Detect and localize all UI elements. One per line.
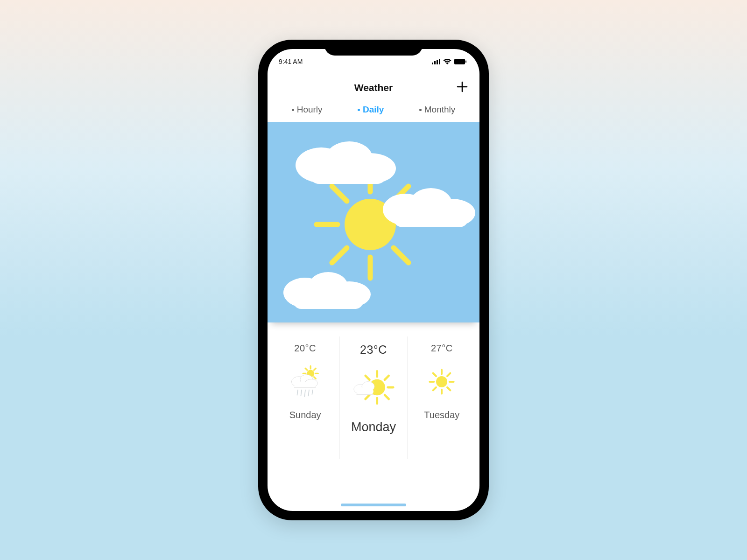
partly-cloudy-illustration-icon [268, 122, 479, 322]
svg-line-35 [314, 377, 316, 379]
tab-label: Monthly [424, 105, 456, 115]
daily-forecast[interactable]: 20°C Sunday 23°C [268, 322, 479, 467]
svg-line-69 [447, 373, 450, 376]
svg-line-56 [385, 376, 389, 380]
status-time: 9:41 AM [279, 58, 303, 65]
tab-dot-icon [292, 109, 294, 111]
svg-line-44 [297, 390, 298, 395]
page-title: Weather [354, 82, 393, 93]
svg-line-37 [314, 368, 316, 370]
svg-line-68 [433, 387, 436, 390]
signal-icon [432, 59, 440, 64]
svg-rect-42 [294, 382, 316, 388]
svg-line-67 [447, 387, 450, 390]
phone-frame: 9:41 AM Weather [258, 40, 489, 520]
phone-screen: 9:41 AM Weather [268, 49, 479, 511]
wifi-icon [443, 59, 451, 64]
forecast-temp: 20°C [294, 343, 316, 354]
svg-rect-0 [432, 63, 433, 64]
forecast-temp: 23°C [360, 343, 387, 357]
home-indicator[interactable] [341, 504, 406, 506]
plus-icon [457, 81, 468, 92]
tab-dot-icon [358, 109, 360, 111]
tab-hourly[interactable]: Hourly [292, 105, 323, 115]
add-location-button[interactable] [455, 80, 469, 94]
app-header: Weather [268, 74, 479, 101]
svg-line-54 [385, 395, 389, 399]
svg-line-66 [433, 373, 436, 376]
svg-rect-1 [434, 61, 436, 64]
tab-daily[interactable]: Daily [358, 105, 384, 115]
sun-cloud-icon [351, 366, 396, 411]
status-icons [432, 59, 466, 64]
tab-dot-icon [419, 109, 422, 111]
forecast-day-tuesday[interactable]: 27°C Tuesday [408, 336, 476, 459]
tab-label: Daily [363, 105, 384, 115]
svg-line-48 [312, 390, 313, 395]
svg-rect-25 [394, 210, 468, 227]
cloud-sun-rain-icon [287, 363, 324, 400]
svg-rect-60 [357, 388, 374, 394]
forecast-day-label: Monday [351, 420, 396, 434]
battery-icon [454, 59, 466, 64]
phone-notch [324, 40, 423, 56]
svg-rect-3 [439, 59, 440, 64]
svg-rect-29 [293, 293, 363, 309]
weather-hero [268, 122, 479, 322]
tab-label: Hourly [297, 105, 323, 115]
svg-line-55 [366, 395, 370, 399]
forecast-day-sunday[interactable]: 20°C Sunday [271, 336, 339, 459]
svg-rect-5 [465, 61, 466, 63]
forecast-temp: 27°C [431, 343, 453, 354]
svg-line-46 [304, 390, 305, 397]
svg-point-70 [436, 376, 447, 387]
forecast-day-label: Sunday [289, 410, 321, 420]
svg-line-45 [301, 390, 302, 396]
svg-line-34 [305, 368, 307, 370]
tab-monthly[interactable]: Monthly [419, 105, 456, 115]
forecast-day-monday[interactable]: 23°C Monday [339, 336, 408, 459]
view-tabs: Hourly Daily Monthly [268, 101, 479, 122]
svg-line-53 [366, 376, 370, 380]
svg-rect-21 [310, 165, 387, 184]
svg-rect-4 [454, 59, 465, 64]
sun-icon [423, 363, 460, 400]
forecast-day-label: Tuesday [424, 410, 459, 420]
svg-rect-2 [437, 60, 438, 64]
svg-line-47 [308, 390, 309, 396]
